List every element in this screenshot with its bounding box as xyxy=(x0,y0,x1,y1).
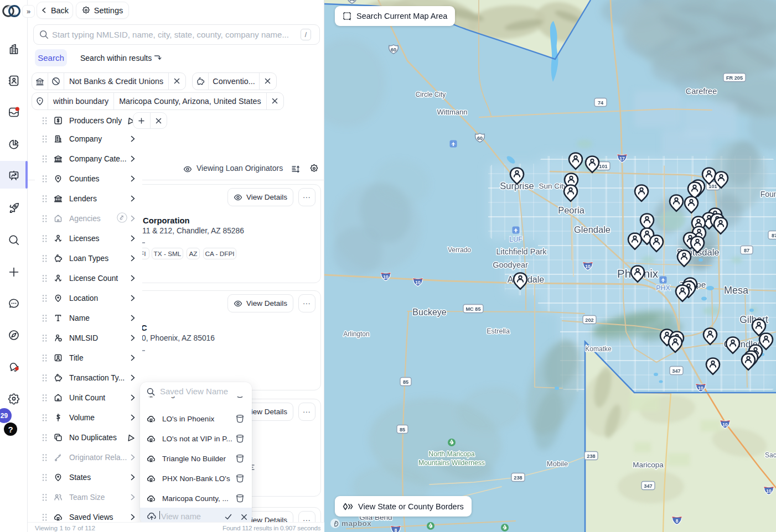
svg-text:Litchfield Park: Litchfield Park xyxy=(496,247,547,256)
svg-text:10: 10 xyxy=(698,385,703,391)
svg-text:85: 85 xyxy=(400,427,405,432)
svg-text:10: 10 xyxy=(766,488,772,494)
svg-text:85: 85 xyxy=(403,379,408,385)
svg-text:Buckeye: Buckeye xyxy=(412,307,446,317)
svg-text:Mobile: Mobile xyxy=(547,460,568,468)
svg-text:238: 238 xyxy=(514,475,522,481)
svg-text:60: 60 xyxy=(477,135,483,141)
svg-text:347: 347 xyxy=(672,368,680,374)
svg-text:Verrado: Verrado xyxy=(448,246,471,254)
svg-text:10: 10 xyxy=(383,274,389,280)
svg-text:347: 347 xyxy=(644,483,652,489)
svg-text:Peoria: Peoria xyxy=(558,205,585,215)
svg-text:238: 238 xyxy=(587,453,595,459)
svg-text:17: 17 xyxy=(619,156,625,161)
svg-text:202: 202 xyxy=(585,317,593,323)
svg-text:North Maricopa: North Maricopa xyxy=(428,450,475,458)
svg-text:Wittmann: Wittmann xyxy=(437,108,468,116)
svg-text:Estrella: Estrella xyxy=(487,327,510,335)
svg-text:10: 10 xyxy=(722,422,728,427)
svg-text:LUF: LUF xyxy=(509,236,522,243)
svg-text:MC 85: MC 85 xyxy=(465,306,480,312)
svg-text:101: 101 xyxy=(708,184,717,189)
svg-text:101: 101 xyxy=(599,164,607,169)
svg-text:Sun City: Sun City xyxy=(539,182,567,190)
svg-text:Fountain H: Fountain H xyxy=(761,190,776,199)
svg-text:8: 8 xyxy=(676,518,679,524)
svg-text:Arlington: Arlington xyxy=(343,330,369,338)
svg-text:FR 205: FR 205 xyxy=(726,75,743,81)
svg-text:Maricopa: Maricopa xyxy=(633,461,664,469)
svg-text:PHX: PHX xyxy=(656,284,670,292)
svg-text:Glendale: Glendale xyxy=(574,225,611,234)
svg-text:10: 10 xyxy=(585,264,591,269)
svg-text:10: 10 xyxy=(415,280,421,285)
svg-text:Mesa: Mesa xyxy=(724,285,749,296)
svg-text:Circle City: Circle City xyxy=(416,91,446,98)
svg-text:87: 87 xyxy=(772,233,776,238)
svg-text:8: 8 xyxy=(395,528,397,532)
svg-text:74: 74 xyxy=(598,100,604,106)
svg-text:87: 87 xyxy=(744,248,749,253)
svg-text:Sacaton: Sacaton xyxy=(765,451,776,459)
svg-text:Mountains Wilderness: Mountains Wilderness xyxy=(418,459,485,467)
svg-text:Komatke: Komatke xyxy=(585,345,612,353)
svg-text:93: 93 xyxy=(349,0,355,2)
svg-text:Carefree: Carefree xyxy=(686,87,717,96)
svg-text:60: 60 xyxy=(391,47,396,53)
svg-text:Goodyear: Goodyear xyxy=(493,260,528,269)
